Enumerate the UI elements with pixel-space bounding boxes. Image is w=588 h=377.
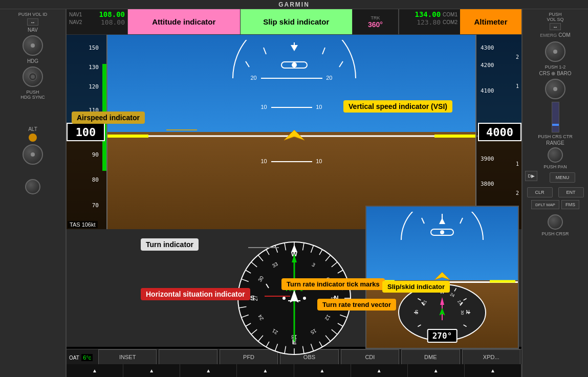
airspeed-value: 100 bbox=[76, 126, 96, 139]
fms-btn[interactable]: FMS bbox=[561, 200, 579, 209]
nav2-active-freq: 108.00 bbox=[101, 18, 125, 26]
vsi-1-up: 1 bbox=[516, 83, 519, 89]
turn-tick-text: Turn rate indicator tick marks bbox=[287, 280, 380, 288]
arrow-left-btn[interactable]: ↔ bbox=[27, 18, 38, 26]
main-display: NAV1 108.00 NAV2 108.00 Attitude indicat… bbox=[67, 9, 521, 377]
svg-line-4 bbox=[339, 61, 343, 67]
alt-knob[interactable] bbox=[23, 144, 43, 165]
nav2-label: NAV2 bbox=[69, 19, 82, 25]
range-label: RANGE bbox=[525, 140, 585, 146]
turn-vector-annotation: Turn rate trend vector bbox=[317, 299, 396, 311]
svg-line-3 bbox=[246, 61, 249, 67]
oat-label: OAT bbox=[69, 355, 79, 361]
speed-70: 70 bbox=[92, 202, 99, 209]
alt-4100: 4100 bbox=[481, 87, 494, 94]
d-btn[interactable]: D▶ bbox=[525, 171, 537, 181]
ent-btn[interactable]: ENT bbox=[558, 187, 584, 197]
arrow-btn-2[interactable]: ▲ bbox=[123, 364, 180, 377]
attitude-indicator-label-box: Attitude indicator bbox=[128, 9, 241, 34]
svg-text:N: N bbox=[466, 309, 469, 315]
com-knob[interactable] bbox=[545, 41, 565, 62]
arrow-row: ▲ ▲ ▲ ▲ ▲ ▲ ▲ ▲ bbox=[67, 364, 521, 377]
hsi-annotation: Horizontal situation indicator bbox=[141, 288, 250, 300]
com2-freq: 123.80 bbox=[417, 18, 441, 26]
hsi-arrow bbox=[265, 296, 290, 297]
svg-marker-8 bbox=[284, 130, 304, 140]
inset-yellow-r bbox=[490, 280, 515, 283]
hdg-knob[interactable] bbox=[23, 66, 43, 87]
pfd-area: 20 20 10 10 10 10 bbox=[67, 35, 521, 229]
altitude-current: 4000 bbox=[478, 123, 521, 141]
svg-line-73 bbox=[460, 218, 463, 224]
yellow-bar-right bbox=[434, 135, 475, 138]
bottom-left-knob[interactable] bbox=[25, 179, 40, 194]
vsi-annotation: Vertical speed indicator (VSI) bbox=[343, 100, 452, 113]
arrow-btn-7[interactable]: ▲ bbox=[408, 364, 465, 377]
clr-btn[interactable]: CLR bbox=[527, 187, 553, 197]
arrow-btn-8[interactable]: ▲ bbox=[465, 364, 521, 377]
nav-knob[interactable] bbox=[23, 35, 43, 56]
push-crsr-label: PUSH CRSR bbox=[525, 231, 585, 236]
trk-label: TRK bbox=[371, 15, 380, 20]
vsi-slider bbox=[552, 102, 559, 132]
crs-baro-knob[interactable] bbox=[545, 79, 565, 99]
tas-value: TAS 106kt bbox=[70, 221, 96, 228]
airspeed-annotation-text: Airspeed indicator bbox=[77, 114, 140, 122]
svg-text:S: S bbox=[415, 309, 419, 315]
speed-130: 130 bbox=[89, 64, 99, 71]
airspeed-tape: 150 130 120 110 100 90 80 70 TAS 106kt bbox=[67, 35, 107, 229]
airspeed-indicator-annotation: Airspeed indicator bbox=[72, 112, 145, 124]
svg-line-1 bbox=[264, 48, 266, 54]
vsi-indicator bbox=[552, 124, 559, 126]
altitude-value: 4000 bbox=[486, 126, 513, 139]
range-knob[interactable] bbox=[548, 147, 563, 163]
inset-btn[interactable]: INSET bbox=[98, 349, 157, 365]
svg-marker-5 bbox=[291, 45, 298, 51]
trk-value: 360° bbox=[368, 20, 383, 29]
push-vol-id-label: PUSH VOL ID bbox=[3, 12, 63, 17]
arrow-btn-4[interactable]: ▲ bbox=[237, 364, 294, 377]
menu-btn[interactable]: MENU bbox=[550, 172, 575, 183]
arrow-btn-3[interactable]: ▲ bbox=[180, 364, 237, 377]
bottom-right-knob[interactable] bbox=[548, 214, 563, 230]
svg-marker-76 bbox=[434, 272, 450, 280]
dme-btn[interactable]: DME bbox=[401, 349, 460, 365]
nav-section: NAV1 108.00 NAV2 108.00 bbox=[67, 9, 128, 34]
hdg-label: HDG bbox=[3, 58, 63, 64]
com1-label: COM1 bbox=[443, 12, 458, 17]
inset-display: W N S 24 27 30 21 270° bbox=[365, 206, 519, 349]
arrow-btn-1[interactable]: ▲ bbox=[67, 364, 123, 377]
nav1-active-freq: 108.00 bbox=[99, 10, 125, 18]
inset-heading-display: 270° bbox=[427, 329, 458, 343]
svg-point-66 bbox=[282, 297, 286, 300]
speed-90: 90 bbox=[92, 151, 99, 158]
com2-label: COM2 bbox=[443, 19, 458, 25]
arrow-right-btn[interactable]: ↔ bbox=[550, 23, 561, 30]
altitude-tape: 4300 4200 4100 4000 3900 3800 2 1 1 2 29… bbox=[475, 35, 521, 229]
slip-inset-text: Slip/skid indicator bbox=[387, 283, 445, 291]
speed-150: 150 bbox=[89, 45, 99, 51]
slip-inset-annotation: Slip/skid indicator bbox=[382, 281, 450, 293]
nav1-label: NAV1 bbox=[69, 12, 82, 17]
com1-freq: 134.00 bbox=[415, 10, 441, 18]
attitude-indicator-label: Attitude indicator bbox=[152, 17, 215, 26]
svg-point-75 bbox=[440, 230, 444, 234]
vol-sq-label: VOL SQ bbox=[525, 17, 585, 22]
alt-4200: 4200 bbox=[481, 62, 494, 69]
oat-value: 6°c bbox=[81, 354, 93, 361]
crs-baro-label: CRS ⊕ BARO bbox=[525, 71, 585, 76]
arrow-btn-6[interactable]: ▲ bbox=[351, 364, 408, 377]
slip-skid-ball bbox=[279, 59, 310, 72]
turn-indicator-annotation: Turn indicator bbox=[141, 238, 199, 251]
xpdr-btn[interactable]: XPD... bbox=[462, 349, 520, 365]
garmin-title: GARMIN bbox=[278, 1, 310, 8]
airspeed-arrow bbox=[166, 129, 197, 130]
aircraft-symbol bbox=[279, 127, 310, 145]
dflt-map-btn[interactable]: DFLT MAP bbox=[531, 200, 559, 209]
right-panel: PUSH VOL SQ ↔ EMERG COM PUSH 1-2 CRS ⊕ B… bbox=[521, 9, 588, 377]
push-hdg-sync-label: PUSH bbox=[3, 90, 63, 95]
turn-vector-text: Turn rate trend vector bbox=[322, 301, 391, 308]
arrow-btn-5[interactable]: ▲ bbox=[294, 364, 351, 377]
inset-slip-skid bbox=[429, 227, 455, 238]
push-pan-label: PUSH PAN bbox=[525, 164, 585, 169]
